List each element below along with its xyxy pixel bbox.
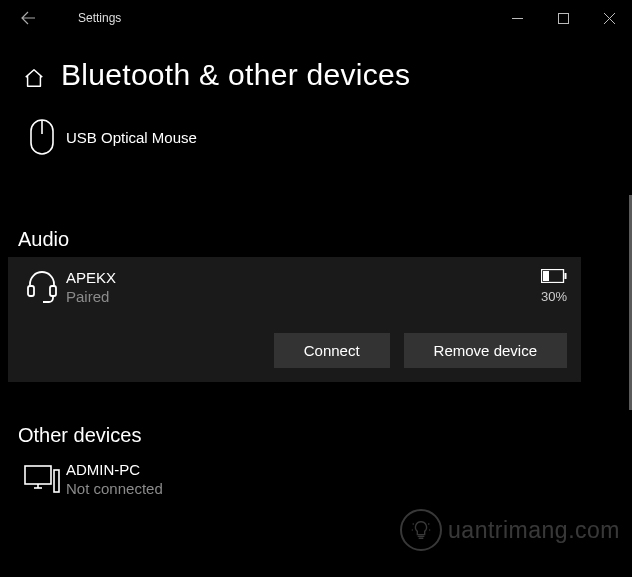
svg-rect-7 [543,271,549,281]
battery-percent: 30% [541,289,567,304]
house-icon [23,67,45,89]
page-title: Bluetooth & other devices [61,58,410,92]
arrow-left-icon [20,10,36,26]
svg-rect-3 [28,286,34,296]
svg-rect-9 [54,470,59,492]
device-item-adminpc[interactable]: ADMIN-PC Not connected [8,453,624,503]
connect-button[interactable]: Connect [274,333,390,368]
maximize-icon [558,13,569,24]
device-status: Paired [66,288,541,305]
section-title-other: Other devices [18,424,624,447]
remove-device-button[interactable]: Remove device [404,333,567,368]
svg-rect-6 [564,273,566,279]
page-header: Bluetooth & other devices [0,36,632,110]
content-area: USB Optical Mouse Audio APEKX Paired [0,110,632,571]
desktop-icon [18,465,66,493]
device-name: USB Optical Mouse [66,129,614,146]
close-button[interactable] [586,0,632,36]
svg-rect-4 [50,286,56,296]
device-name: ADMIN-PC [66,461,614,478]
minimize-button[interactable] [494,0,540,36]
battery-icon [541,269,567,283]
window-title: Settings [78,11,121,25]
device-actions: Connect Remove device [18,333,567,368]
back-button[interactable] [8,0,48,36]
home-icon[interactable] [20,67,48,89]
window-controls [494,0,632,36]
device-item-mouse[interactable]: USB Optical Mouse [8,110,624,176]
device-status: Not connected [66,480,614,497]
titlebar: Settings [0,0,632,36]
device-card-apekx[interactable]: APEKX Paired 30% Connect Remove device [8,257,581,382]
minimize-icon [512,13,523,24]
maximize-button[interactable] [540,0,586,36]
device-name: APEKX [66,269,541,286]
battery-indicator: 30% [541,269,567,304]
svg-rect-0 [558,13,568,23]
section-title-audio: Audio [18,228,624,251]
headset-icon [18,269,66,303]
close-icon [604,13,615,24]
mouse-icon [18,118,66,156]
svg-rect-8 [25,466,51,484]
